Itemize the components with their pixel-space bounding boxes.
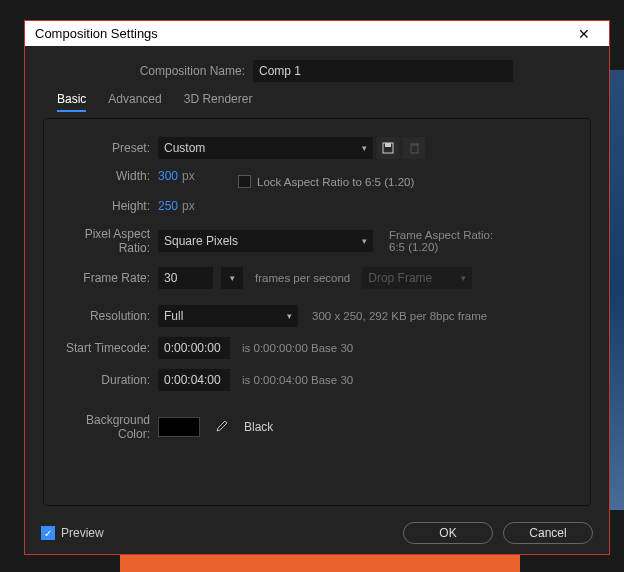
fps-text: frames per second: [255, 272, 350, 284]
composition-name-input[interactable]: [253, 60, 513, 82]
chevron-down-icon: ▾: [287, 311, 292, 321]
frame-rate-input[interactable]: [158, 267, 213, 289]
preset-label: Preset:: [58, 141, 158, 155]
drop-frame-dropdown: Drop Frame ▾: [362, 267, 472, 289]
start-timecode-input[interactable]: [158, 337, 230, 359]
frame-rate-dropdown[interactable]: ▾: [221, 267, 243, 289]
width-label: Width:: [58, 169, 158, 183]
pixel-aspect-ratio-label: Pixel Aspect Ratio:: [58, 227, 158, 255]
resolution-value: Full: [164, 309, 183, 323]
save-preset-icon[interactable]: [377, 137, 399, 159]
background-color-swatch[interactable]: [158, 417, 200, 437]
preset-value: Custom: [164, 141, 205, 155]
tab-3d-renderer[interactable]: 3D Renderer: [184, 92, 253, 112]
resolution-info: 300 x 250, 292 KB per 8bpc frame: [312, 310, 487, 322]
height-label: Height:: [58, 199, 158, 213]
drop-frame-value: Drop Frame: [368, 271, 432, 285]
background-color-name: Black: [244, 420, 273, 434]
chevron-down-icon: ▾: [362, 143, 367, 153]
pixel-aspect-ratio-dropdown[interactable]: Square Pixels ▾: [158, 230, 373, 252]
frame-rate-label: Frame Rate:: [58, 271, 158, 285]
dialog-footer: ✓ Preview OK Cancel: [25, 516, 609, 554]
chevron-down-icon: ▾: [362, 236, 367, 246]
delete-preset-icon: [403, 137, 425, 159]
preset-dropdown[interactable]: Custom ▾: [158, 137, 373, 159]
resolution-label: Resolution:: [58, 309, 158, 323]
lock-aspect-ratio-label: Lock Aspect Ratio to 6:5 (1.20): [257, 176, 414, 188]
tabs: Basic Advanced 3D Renderer: [57, 92, 591, 112]
basic-panel: Preset: Custom ▾ Width: 300 px: [43, 118, 591, 506]
ok-button[interactable]: OK: [403, 522, 493, 544]
cancel-button[interactable]: Cancel: [503, 522, 593, 544]
duration-label: Duration:: [58, 373, 158, 387]
start-timecode-label: Start Timecode:: [58, 341, 158, 355]
tab-basic[interactable]: Basic: [57, 92, 86, 112]
composition-settings-dialog: Composition Settings ✕ Composition Name:…: [24, 20, 610, 555]
start-timecode-info: is 0:00:00:00 Base 30: [242, 342, 353, 354]
resolution-dropdown[interactable]: Full ▾: [158, 305, 298, 327]
lock-aspect-ratio-checkbox[interactable]: Lock Aspect Ratio to 6:5 (1.20): [238, 175, 414, 188]
width-value[interactable]: 300: [158, 169, 178, 183]
duration-input[interactable]: [158, 369, 230, 391]
width-unit: px: [182, 169, 195, 183]
frame-aspect-ratio-value: 6:5 (1.20): [389, 241, 493, 253]
dialog-title: Composition Settings: [35, 26, 158, 41]
check-icon: ✓: [41, 526, 55, 540]
duration-info: is 0:00:04:00 Base 30: [242, 374, 353, 386]
pixel-aspect-ratio-value: Square Pixels: [164, 234, 238, 248]
height-unit: px: [182, 199, 195, 213]
preview-checkbox[interactable]: ✓ Preview: [41, 526, 104, 540]
tab-advanced[interactable]: Advanced: [108, 92, 161, 112]
composition-name-label: Composition Name:: [43, 64, 253, 78]
svg-rect-1: [385, 143, 391, 147]
close-icon[interactable]: ✕: [569, 26, 599, 42]
height-value[interactable]: 250: [158, 199, 178, 213]
preview-label: Preview: [61, 526, 104, 540]
chevron-down-icon: ▾: [230, 273, 235, 283]
frame-aspect-ratio-label: Frame Aspect Ratio:: [389, 229, 493, 241]
chevron-down-icon: ▾: [461, 273, 466, 283]
eyedropper-icon[interactable]: [210, 416, 232, 438]
titlebar: Composition Settings ✕: [25, 21, 609, 46]
svg-rect-2: [411, 145, 418, 153]
background-color-label: Background Color:: [58, 413, 158, 441]
